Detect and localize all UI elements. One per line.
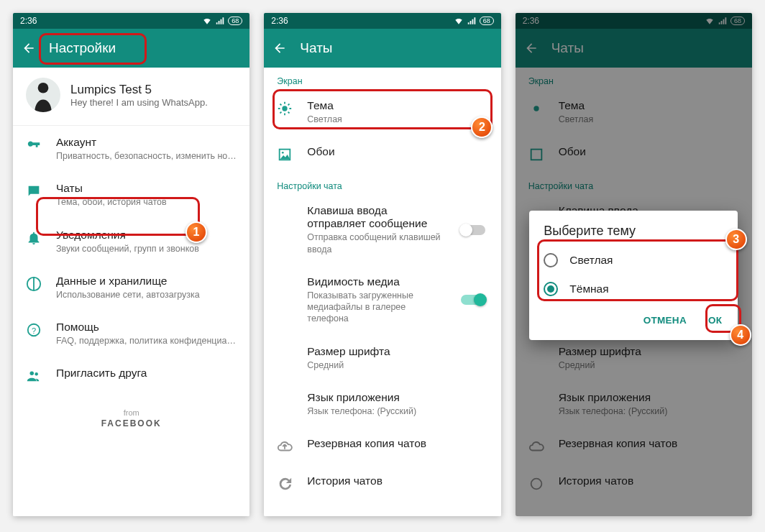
help-icon: ? <box>26 322 42 338</box>
step-bubble-3: 3 <box>725 229 747 250</box>
history-icon <box>277 476 293 492</box>
theme-dialog: Выберите тему Светлая Тёмная ОТМЕНА ОК <box>529 211 738 340</box>
radio-icon <box>544 253 558 267</box>
radio-light[interactable]: Светлая <box>529 246 738 275</box>
cancel-button[interactable]: ОТМЕНА <box>635 309 695 331</box>
status-bar: 2:36 68 <box>13 13 249 29</box>
svg-point-15 <box>282 152 284 154</box>
radio-dark[interactable]: Тёмная <box>529 275 738 303</box>
page-title: Настройки <box>49 40 116 56</box>
svg-point-0 <box>38 83 49 93</box>
settings-chats[interactable]: ЧатыТема, обои, история чатов <box>13 172 249 218</box>
setting-backup[interactable]: Резервная копия чатов <box>264 427 500 464</box>
app-bar: Настройки <box>13 29 249 68</box>
dialog-overlay: Выберите тему Светлая Тёмная ОТМЕНА ОК <box>516 13 752 516</box>
profile-row[interactable]: Lumpics Test 5 Hey there! I am using Wha… <box>13 68 249 126</box>
ok-button[interactable]: ОК <box>700 309 730 331</box>
setting-wallpaper[interactable]: Обои <box>264 135 500 173</box>
settings-account[interactable]: АккаунтПриватность, безопасность, измени… <box>13 126 249 172</box>
signal-icon <box>467 16 477 26</box>
battery-icon: 68 <box>480 17 494 25</box>
key-icon <box>26 137 42 153</box>
clock: 2:36 <box>271 16 288 26</box>
toggle-media[interactable] <box>461 295 485 305</box>
clock: 2:36 <box>20 16 37 26</box>
setting-media-visibility[interactable]: Видимость медиаПоказывать загруженные ме… <box>264 265 500 335</box>
dialog-title: Выберите тему <box>529 224 738 246</box>
wifi-icon <box>454 16 464 26</box>
bell-icon <box>26 230 42 246</box>
svg-point-4 <box>35 372 37 375</box>
from-facebook: from FACEBOOK <box>13 394 249 443</box>
data-icon <box>26 276 42 292</box>
setting-font-size[interactable]: Размер шрифтаСредний <box>264 335 500 381</box>
svg-line-13 <box>288 104 290 105</box>
signal-icon <box>215 16 225 26</box>
step-bubble-1: 1 <box>185 221 207 243</box>
svg-line-11 <box>288 112 290 114</box>
setting-history[interactable]: История чатов <box>264 464 500 502</box>
avatar <box>26 78 60 112</box>
wallpaper-icon <box>277 147 293 162</box>
section-screen: Экран <box>264 68 500 89</box>
profile-name: Lumpics Test 5 <box>70 83 237 97</box>
wifi-icon <box>202 16 212 26</box>
setting-language[interactable]: Язык приложенияЯзык телефона: (Русский) <box>264 381 500 427</box>
theme-icon <box>277 101 293 116</box>
settings-help[interactable]: ? ПомощьFAQ, поддержка, политика конфиде… <box>13 311 249 357</box>
cloud-icon <box>277 439 293 454</box>
svg-text:?: ? <box>32 326 36 335</box>
section-chat-settings: Настройки чата <box>264 173 500 194</box>
back-icon[interactable] <box>272 41 287 55</box>
battery-icon: 68 <box>228 17 242 25</box>
status-bar: 2:36 68 <box>264 13 500 29</box>
setting-theme[interactable]: ТемаСветлая <box>264 89 500 135</box>
chat-icon <box>26 183 42 199</box>
toggle-enter[interactable] <box>461 225 485 235</box>
back-icon[interactable] <box>22 41 36 55</box>
svg-point-3 <box>30 372 35 376</box>
svg-point-5 <box>283 106 288 111</box>
page-title: Чаты <box>300 40 332 56</box>
radio-icon <box>544 282 558 296</box>
settings-invite[interactable]: Пригласить друга <box>13 357 249 394</box>
svg-line-10 <box>280 104 282 105</box>
svg-line-12 <box>280 112 282 114</box>
step-bubble-4: 4 <box>730 324 751 346</box>
app-bar: Чаты <box>264 29 500 68</box>
setting-enter-sends[interactable]: Клавиша ввода отправляет сообщениеОтправ… <box>264 194 500 265</box>
settings-notifications[interactable]: УведомленияЗвуки сообщений, групп и звон… <box>13 219 249 265</box>
people-icon <box>26 368 42 384</box>
settings-data[interactable]: Данные и хранилищеИспользование сети, ав… <box>13 265 249 311</box>
profile-status: Hey there! I am using WhatsApp. <box>70 97 237 108</box>
